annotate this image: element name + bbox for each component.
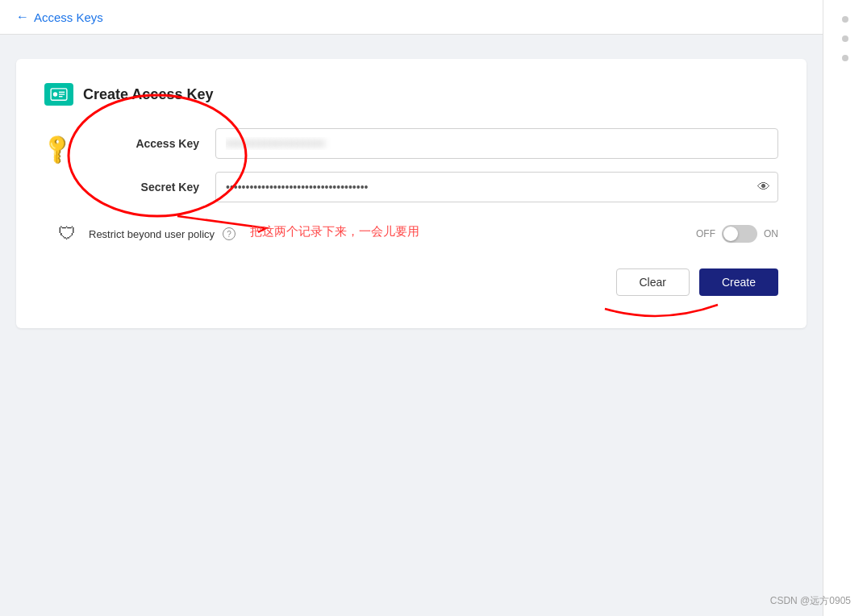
toggle-visibility-icon[interactable]: 👁	[757, 180, 770, 194]
shield-icon: 🛡	[58, 223, 76, 244]
secret-key-input[interactable]	[215, 172, 778, 202]
toggle-off-label: OFF	[696, 228, 715, 239]
create-access-key-card: Create Access Key 🔑 Access Key	[16, 59, 807, 328]
secret-key-row: Secret Key 👁	[94, 172, 778, 202]
content-area: Create Access Key 🔑 Access Key	[0, 35, 823, 616]
restrict-toggle[interactable]	[722, 225, 757, 243]
access-key-input-wrapper	[215, 128, 778, 159]
access-key-label: Access Key	[94, 137, 199, 150]
info-icon[interactable]: ?	[223, 227, 236, 240]
restrict-toggle-wrapper: OFF ON	[696, 225, 778, 243]
restrict-label: Restrict beyond user policy	[89, 228, 215, 240]
create-button[interactable]: Create	[699, 268, 778, 296]
secret-key-label: Secret Key	[94, 181, 199, 194]
toggle-on-label: ON	[764, 228, 778, 239]
buttons-row: Clear Create	[44, 268, 778, 296]
restrict-row: 🛡 Restrict beyond user policy ? OFF ON	[44, 223, 778, 244]
secret-key-input-wrapper: 👁	[215, 172, 778, 202]
right-sidebar	[823, 0, 867, 616]
shield-icon-col: 🛡	[44, 223, 89, 244]
sidebar-dot-2	[842, 35, 848, 42]
access-key-row: Access Key	[94, 128, 778, 159]
svg-point-1	[53, 92, 57, 96]
access-key-input[interactable]	[215, 128, 778, 159]
header: ← Access Keys	[0, 0, 823, 35]
key-icon-col: 🔑	[44, 128, 70, 161]
sidebar-dot-1	[842, 16, 848, 23]
form-section: 🔑 Access Key Secret Key	[44, 128, 778, 215]
key-icon: 🔑	[40, 131, 76, 167]
card-title: Create Access Key	[83, 86, 213, 103]
card-title-row: Create Access Key	[44, 83, 778, 106]
back-button[interactable]: ←	[16, 10, 29, 24]
watermark: CSDN @远方0905	[770, 594, 851, 608]
card-icon	[44, 83, 73, 106]
toggle-thumb	[723, 227, 738, 241]
sidebar-dot-3	[842, 55, 848, 61]
clear-button[interactable]: Clear	[616, 268, 690, 296]
breadcrumb-title: Access Keys	[34, 10, 103, 24]
form-fields: Access Key Secret Key 👁	[94, 128, 778, 215]
